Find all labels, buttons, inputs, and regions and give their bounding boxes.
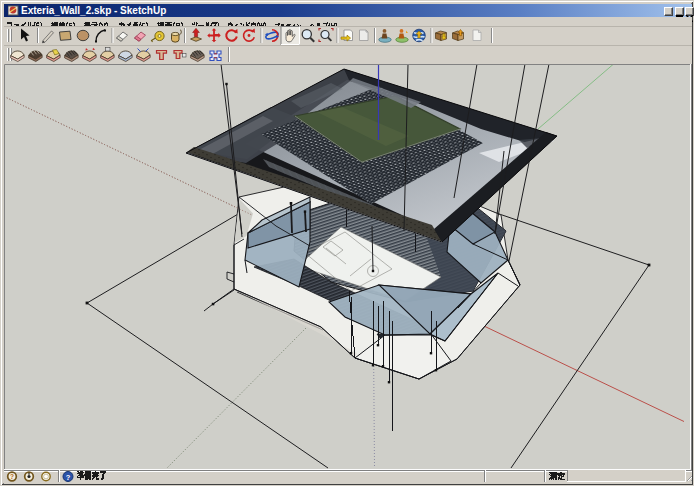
svg-text:?: ? xyxy=(10,473,14,480)
svg-text:?: ? xyxy=(66,473,71,482)
